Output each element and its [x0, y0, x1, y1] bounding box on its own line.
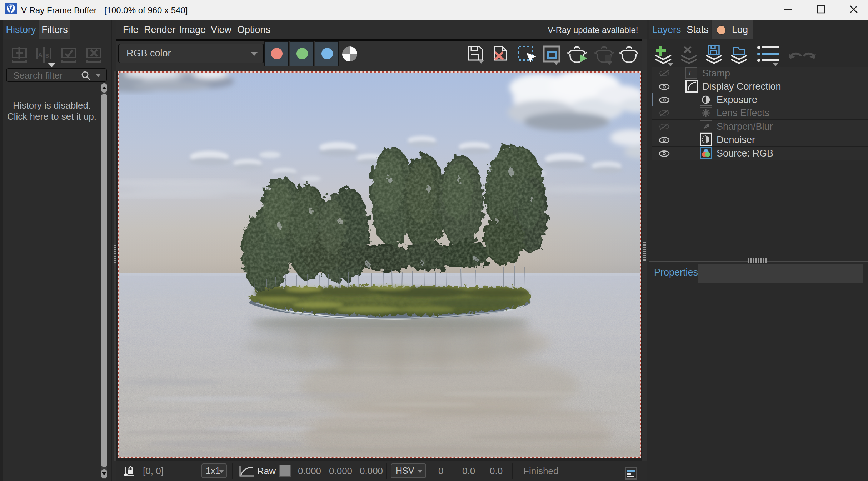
- svg-text:B: B: [45, 53, 49, 59]
- svg-text:A: A: [38, 52, 43, 58]
